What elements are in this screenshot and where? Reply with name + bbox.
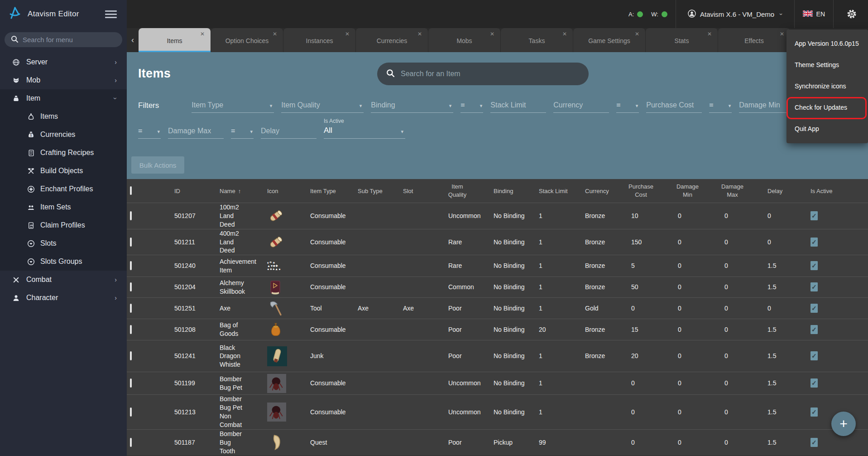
row-checkbox[interactable]: [130, 238, 132, 247]
menu-item-theme-settings[interactable]: Theme Settings: [786, 54, 868, 76]
select-all-checkbox[interactable]: [130, 186, 132, 195]
sidebar-search-input[interactable]: [23, 36, 113, 44]
filter-input-delay[interactable]: [261, 127, 317, 135]
filter-select-is-active[interactable]: Is ActiveAll▾: [324, 126, 405, 139]
equals-operator-select[interactable]: =▾: [616, 101, 639, 113]
table-row[interactable]: 501199Bomber Bug PetConsumableUncommonNo…: [127, 372, 868, 394]
table-row[interactable]: 501187Bomber Bug ToothQuestPoorPickup990…: [127, 429, 868, 456]
cell-item_type: Quest: [297, 438, 344, 447]
filter-select-item-type[interactable]: Item Type▾: [192, 101, 274, 113]
tab-close-icon[interactable]: ✕: [490, 31, 494, 37]
sidebar-item-character[interactable]: Character›: [0, 289, 127, 307]
tab-close-icon[interactable]: ✕: [417, 31, 422, 37]
table-row[interactable]: 501208Bag of GoodsConsumablePoorNo Bindi…: [127, 319, 868, 340]
table-row[interactable]: 501204Alchemy SkillbookConsumableCommonN…: [127, 277, 868, 297]
sidebar-item-build-objects[interactable]: Build Objects: [0, 162, 127, 180]
tab-instances[interactable]: Instances✕: [283, 28, 356, 52]
is-active-checkbox[interactable]: ✓: [810, 325, 818, 334]
filter-input-stack-limit[interactable]: [490, 101, 546, 109]
add-item-button[interactable]: +: [831, 412, 856, 436]
sidebar-item-item[interactable]: Item›: [0, 89, 127, 107]
sidebar-item-crafting-recipes[interactable]: Crafting Recipes: [0, 144, 127, 162]
equals-operator-select[interactable]: =▾: [138, 127, 161, 139]
row-checkbox[interactable]: [130, 282, 132, 291]
hammers-icon: [27, 167, 35, 175]
is-active-checkbox[interactable]: ✓: [810, 438, 818, 447]
filter-select-item-quality[interactable]: Item Quality▾: [281, 101, 364, 113]
row-checkbox[interactable]: [130, 378, 132, 388]
sidebar-item-label: Character: [26, 294, 58, 302]
sidebar-item-item-sets[interactable]: Item Sets: [0, 198, 127, 216]
tab-close-icon[interactable]: ✕: [635, 31, 639, 37]
sidebar-item-slots-groups[interactable]: Slots Groups: [0, 252, 127, 271]
is-active-checkbox[interactable]: ✓: [810, 304, 818, 313]
filter-input-damage-max[interactable]: [168, 127, 224, 135]
settings-gear-icon[interactable]: [846, 9, 857, 19]
tab-close-icon[interactable]: ✕: [780, 31, 784, 37]
language-switcher[interactable]: EN: [803, 10, 825, 18]
tab-effects[interactable]: Effects✕: [718, 28, 791, 52]
filter-select-binding[interactable]: Binding▾: [371, 101, 453, 113]
tab-mobs[interactable]: Mobs✕: [428, 28, 501, 52]
tab-currencies[interactable]: Currencies✕: [356, 28, 428, 52]
tab-close-icon[interactable]: ✕: [200, 31, 205, 37]
row-checkbox[interactable]: [130, 211, 132, 220]
is-active-checkbox[interactable]: ✓: [810, 378, 818, 388]
item-search-input[interactable]: [401, 70, 573, 78]
sidebar-item-server[interactable]: Server›: [0, 53, 127, 71]
is-active-checkbox[interactable]: ✓: [810, 261, 818, 270]
bulk-actions-button[interactable]: Bulk Actions: [131, 156, 184, 174]
sidebar-item-currencies[interactable]: $Currencies: [0, 126, 127, 144]
tab-option-choices[interactable]: Option Choices✕: [211, 28, 283, 52]
tab-close-icon[interactable]: ✕: [345, 31, 350, 37]
menu-item-quit-app[interactable]: Quit App: [786, 118, 868, 140]
filter-input-purchase-cost[interactable]: [646, 101, 702, 109]
equals-operator-select[interactable]: =▾: [460, 101, 483, 113]
table-row[interactable]: 501240Achievement Item♦☂★ ▲♥■✚ ●★♠▲●Cons…: [127, 255, 868, 277]
tab-close-icon[interactable]: ✕: [562, 31, 567, 37]
row-checkbox[interactable]: [130, 261, 132, 270]
cell-purchase_cost: 5: [618, 262, 664, 270]
is-active-checkbox[interactable]: ✓: [810, 282, 818, 291]
tab-game-settings[interactable]: Game Settings✕: [573, 28, 646, 52]
table-row[interactable]: 501241Black Dragon WhistleJunkPoorNo Bin…: [127, 340, 868, 372]
menu-item-check-for-updates[interactable]: Check for Updates: [786, 97, 868, 118]
menu-item-app-version-10-6-0p15[interactable]: App Version 10.6.0p15: [786, 33, 868, 54]
row-checkbox[interactable]: [130, 407, 132, 417]
sidebar-item-enchant-profiles[interactable]: Enchant Profiles: [0, 180, 127, 198]
row-checkbox[interactable]: [130, 304, 132, 313]
equals-operator-select[interactable]: =▾: [231, 127, 254, 139]
tab-scroll-left-icon[interactable]: ‹: [127, 28, 139, 52]
sidebar-search[interactable]: [5, 32, 122, 47]
column-header-name[interactable]: Name↑: [206, 188, 254, 194]
table-row[interactable]: 501211400m2 Land DeedConsumableRareNo Bi…: [127, 229, 868, 255]
tab-stats[interactable]: Stats✕: [646, 28, 718, 52]
filter-input-currency[interactable]: [553, 101, 609, 109]
row-checkbox[interactable]: [130, 325, 132, 334]
is-active-checkbox[interactable]: ✓: [810, 238, 818, 247]
row-checkbox[interactable]: [130, 351, 132, 360]
table-row[interactable]: 501213Bomber Bug Pet Non CombatConsumabl…: [127, 394, 868, 429]
world-selector[interactable]: Atavism X.6 - VM_Demo ›: [684, 10, 786, 19]
sidebar-item-claim-profiles[interactable]: Claim Profiles: [0, 216, 127, 234]
item-search[interactable]: [377, 63, 589, 85]
table-row[interactable]: 501251AxeToolAxeAxePoorNo Binding1Gold00…: [127, 297, 868, 319]
is-active-checkbox[interactable]: ✓: [810, 351, 818, 360]
sidebar-item-slots[interactable]: Slots: [0, 234, 127, 252]
sidebar-item-items[interactable]: Items: [0, 107, 127, 126]
hamburger-menu-icon[interactable]: [105, 9, 117, 20]
tab-close-icon[interactable]: ✕: [707, 31, 712, 37]
tab-close-icon[interactable]: ✕: [273, 31, 277, 37]
sidebar-item-mob[interactable]: Mob›: [0, 71, 127, 89]
filters-row-2: =▾=▾Is ActiveAll▾: [138, 126, 405, 139]
sidebar-item-combat[interactable]: Combat›: [0, 271, 127, 289]
is-active-checkbox[interactable]: ✓: [810, 211, 818, 220]
row-checkbox[interactable]: [130, 438, 132, 447]
equals-operator-select[interactable]: =▾: [709, 101, 732, 113]
table-row[interactable]: 501207100m2 Land DeedConsumableUncommonN…: [127, 203, 868, 229]
tab-items[interactable]: Items✕: [139, 28, 211, 52]
tab-tasks[interactable]: Tasks✕: [501, 28, 573, 52]
is-active-checkbox[interactable]: ✓: [810, 407, 818, 417]
item-bag-icon: [12, 95, 20, 102]
menu-item-synchronize-icons[interactable]: Synchronize icons: [786, 76, 868, 97]
